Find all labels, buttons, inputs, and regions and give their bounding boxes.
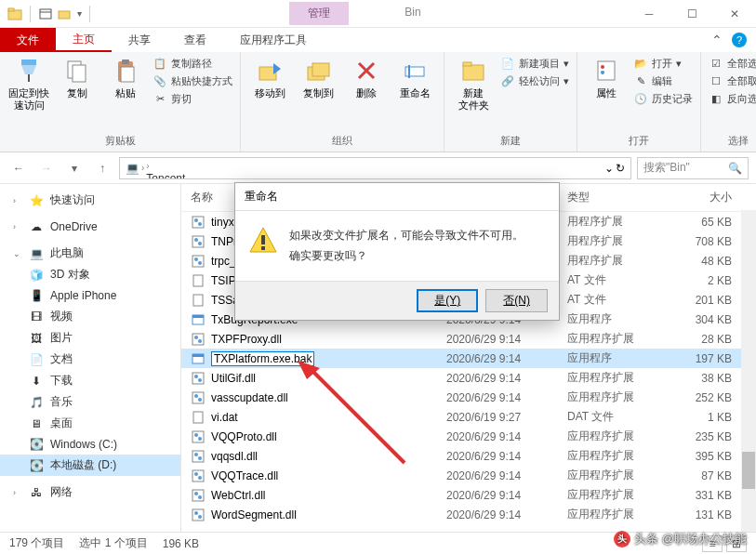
delete-button[interactable]: 删除 <box>345 56 388 99</box>
scrollbar[interactable] <box>741 210 756 532</box>
copy-path-button[interactable]: 📋复制路径 <box>153 56 232 71</box>
col-size[interactable]: 大小 <box>660 190 747 205</box>
nav-desktop[interactable]: 🖥桌面 <box>0 413 180 434</box>
cut-button[interactable]: ✂剪切 <box>153 91 232 106</box>
file-row[interactable]: vasscupdate.dll2020/6/29 9:14应用程序扩展252 K… <box>181 388 756 407</box>
easy-access-button[interactable]: 🔗轻松访问 ▾ <box>500 73 569 88</box>
open-icon: 📂 <box>633 56 648 71</box>
rename-button[interactable]: 重命名 <box>393 56 436 99</box>
rename-dialog: 重命名 如果改变文件扩展名，可能会导致文件不可用。 确实要更改吗？ 是(Y) 否… <box>234 182 560 321</box>
open-button[interactable]: 📂打开 ▾ <box>633 56 693 71</box>
nav-this-pc[interactable]: ⌄💻此电脑 <box>0 243 180 264</box>
breadcrumb-box[interactable]: 💻 › 此电脑 › 本地磁盘 (D:) › 电脑软件应用 › Tencent ›… <box>119 157 631 179</box>
properties-button[interactable]: 属性 <box>585 56 628 99</box>
nav-downloads[interactable]: ⬇下载 <box>0 370 180 391</box>
crumb[interactable]: 电脑软件应用 <box>146 157 213 160</box>
copy-button[interactable]: 复制 <box>56 56 99 99</box>
qat-dropdown[interactable]: ▾ <box>77 8 82 19</box>
tab-file[interactable]: 文件 <box>0 28 56 52</box>
invert-selection-button[interactable]: ◧反向选择 <box>709 91 756 106</box>
nav-apple-iphone[interactable]: 📱Apple iPhone <box>0 285 180 306</box>
svg-rect-1 <box>8 8 14 11</box>
network-icon: 🖧 <box>28 485 45 500</box>
qat-open-icon[interactable] <box>38 7 53 21</box>
svg-point-59 <box>198 476 202 480</box>
svg-rect-29 <box>192 236 204 247</box>
edit-button[interactable]: ✎编辑 <box>633 73 693 88</box>
ribbon: 固定到快 速访问 复制 粘贴 📋复制路径 📎粘贴快捷方式 ✂剪切 剪贴板 移动到… <box>0 52 756 152</box>
nav-3d-objects[interactable]: 🧊3D 对象 <box>0 264 180 285</box>
file-row[interactable]: UtilGif.dll2020/6/29 9:14应用程序扩展38 KB <box>181 368 756 388</box>
maximize-button[interactable]: ☐ <box>670 0 713 28</box>
yes-button[interactable]: 是(Y) <box>417 289 478 312</box>
refresh-button[interactable]: ↻ <box>616 162 625 175</box>
file-row[interactable]: vi.dat2020/6/19 9:27DAT 文件1 KB <box>181 407 756 427</box>
file-row[interactable]: TXPlatform.exe.bak2020/6/29 9:14应用程序197 … <box>181 349 756 368</box>
col-type[interactable]: 类型 <box>567 190 660 205</box>
nav-d-drive[interactable]: 💽本地磁盘 (D:) <box>0 455 180 476</box>
nav-music[interactable]: 🎵音乐 <box>0 391 180 413</box>
svg-point-28 <box>198 222 202 226</box>
nav-videos[interactable]: 🎞视频 <box>0 306 180 327</box>
paste-button[interactable]: 粘贴 <box>104 56 147 99</box>
recent-button[interactable]: ▾ <box>63 157 86 179</box>
history-button[interactable]: 🕓历史记录 <box>633 91 693 106</box>
search-input[interactable]: 搜索"Bin" 🔍 <box>637 157 749 179</box>
addr-dropdown[interactable]: ⌄ <box>604 162 614 175</box>
select-none-button[interactable]: ☐全部取消 <box>709 73 756 88</box>
file-row[interactable]: VQQProto.dll2020/6/29 9:14应用程序扩展235 KB <box>181 427 756 446</box>
back-button[interactable]: ← <box>7 157 30 179</box>
svg-point-45 <box>194 375 198 378</box>
path-icon: 📋 <box>153 56 167 71</box>
collapse-ribbon-icon[interactable]: ⌃ <box>711 33 723 47</box>
help-icon[interactable]: ? <box>732 33 747 47</box>
file-row[interactable]: WordSegment.dll2020/6/29 9:14应用程序扩展131 K… <box>181 505 756 524</box>
move-to-button[interactable]: 移动到 <box>248 56 291 99</box>
svg-point-34 <box>198 261 202 265</box>
forward-button[interactable]: → <box>35 157 58 179</box>
svg-point-24 <box>601 65 604 69</box>
copy-to-icon <box>303 56 333 86</box>
contextual-tab[interactable]: 管理 <box>289 2 349 25</box>
nav-network[interactable]: ›🖧网络 <box>0 481 180 503</box>
drive-icon: 💽 <box>28 458 45 473</box>
scroll-thumb[interactable] <box>742 452 755 489</box>
tab-view[interactable]: 查看 <box>167 28 223 52</box>
nav-documents[interactable]: 📄文档 <box>0 349 180 370</box>
tab-share[interactable]: 共享 <box>112 28 167 52</box>
nav-c-drive[interactable]: 💽Windows (C:) <box>0 434 180 455</box>
documents-icon: 📄 <box>28 352 45 367</box>
nav-pictures[interactable]: 🖼图片 <box>0 327 180 349</box>
shortcut-icon: 📎 <box>153 73 167 88</box>
file-icon <box>191 234 206 249</box>
paste-shortcut-button[interactable]: 📎粘贴快捷方式 <box>153 73 232 88</box>
nav-quick-access[interactable]: ›⭐快速访问 <box>0 190 180 211</box>
qat-folder-icon[interactable] <box>57 7 72 21</box>
rename-icon <box>400 56 430 86</box>
tab-app-tools[interactable]: 应用程序工具 <box>223 28 324 52</box>
file-row[interactable]: WebCtrl.dll2020/6/29 9:14应用程序扩展331 KB <box>181 485 756 505</box>
crumb[interactable]: Tencent <box>146 172 213 179</box>
svg-rect-9 <box>73 65 86 82</box>
close-button[interactable]: ✕ <box>713 0 756 28</box>
rename-input[interactable]: TXPlatform.exe.bak <box>211 351 314 366</box>
file-row[interactable]: vqqsdl.dll2020/6/29 9:14应用程序扩展395 KB <box>181 446 756 466</box>
no-button[interactable]: 否(N) <box>485 289 548 312</box>
pin-button[interactable]: 固定到快 速访问 <box>7 56 50 112</box>
minimize-button[interactable]: ─ <box>628 0 670 28</box>
new-folder-button[interactable]: 新建 文件夹 <box>452 56 495 112</box>
easy-access-icon: 🔗 <box>500 73 515 88</box>
file-icon <box>191 351 206 366</box>
file-icon <box>191 488 206 503</box>
nav-onedrive[interactable]: ›☁OneDrive <box>0 217 180 237</box>
select-all-button[interactable]: ☑全部选择 <box>709 56 756 71</box>
copy-icon <box>62 56 92 86</box>
file-row[interactable]: TXPFProxy.dll2020/6/29 9:14应用程序扩展28 KB <box>181 329 756 349</box>
copy-to-button[interactable]: 复制到 <box>297 56 339 99</box>
new-item-button[interactable]: 📄新建项目 ▾ <box>500 56 569 71</box>
tab-home[interactable]: 主页 <box>56 28 112 52</box>
up-button[interactable]: ↑ <box>91 157 113 179</box>
svg-rect-44 <box>192 373 204 384</box>
svg-point-40 <box>194 336 198 339</box>
file-row[interactable]: VQQTrace.dll2020/6/29 9:14应用程序扩展87 KB <box>181 466 756 485</box>
